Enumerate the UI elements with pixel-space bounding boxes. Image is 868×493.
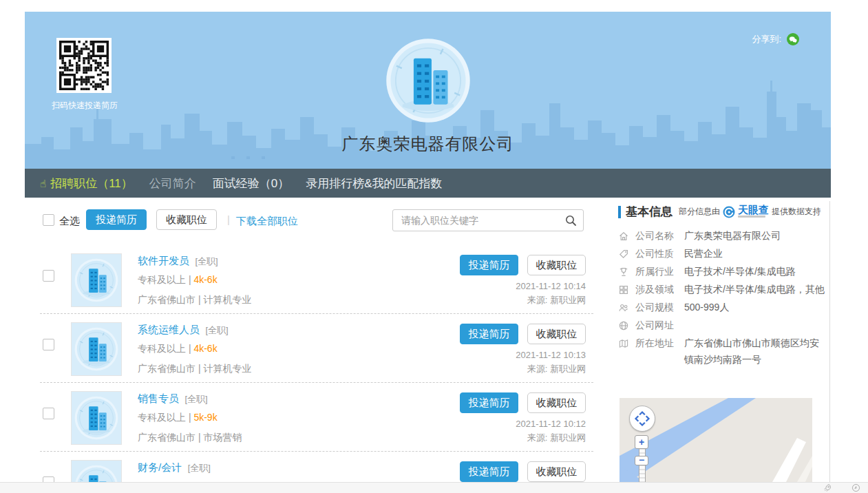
home-icon: [618, 230, 629, 241]
job-source: 来源: 新职业网: [527, 363, 586, 375]
attribution-prefix: 部分信息由: [679, 206, 720, 218]
hand-pointer-icon: ☝: [40, 178, 46, 189]
job-apply-button[interactable]: 投递简历: [460, 392, 518, 413]
job-post-date: 2021-11-12 10:13: [516, 350, 586, 360]
job-favorite-button[interactable]: 收藏职位: [527, 255, 586, 275]
select-all-label: 全选: [59, 215, 80, 228]
job-title-link[interactable]: 软件开发员: [138, 255, 189, 266]
map-zoom-in-button[interactable]: +: [635, 435, 648, 449]
field-value: 广东奥荣电器有限公司: [684, 227, 826, 244]
apply-selected-button[interactable]: 投递简历: [86, 209, 147, 230]
info-field-row: 公司规模 500-999人: [618, 299, 833, 315]
job-type-label: [全职]: [195, 256, 218, 266]
field-label: 公司性质: [635, 245, 678, 262]
badge-icon[interactable]: [851, 483, 860, 492]
header-accent-bar: [618, 206, 621, 218]
info-field-row: 公司名称 广东奥荣电器有限公司: [618, 227, 833, 244]
footer-strip: [0, 482, 868, 493]
resume-qr-code: [56, 38, 112, 93]
rocket-icon[interactable]: [823, 483, 832, 492]
content-right-divider: [829, 201, 830, 482]
map-zoom-out-button[interactable]: −: [635, 456, 648, 465]
job-type-label: [全职]: [184, 394, 207, 404]
job-post-date: 2021-11-12 10:12: [516, 419, 586, 429]
job-post-date: 2021-11-12 10:14: [516, 281, 586, 291]
job-title-link[interactable]: 系统运维人员: [138, 324, 200, 335]
job-favorite-button[interactable]: 收藏职位: [527, 461, 586, 482]
share-label: 分享到:: [752, 33, 781, 45]
job-apply-button[interactable]: 投递简历: [460, 255, 518, 275]
company-info-fields: 公司名称 广东奥荣电器有限公司 公司性质 民营企业 所属行业 电子技术/半导体/…: [618, 227, 833, 369]
favorite-selected-button[interactable]: 收藏职位: [156, 209, 217, 230]
grid-icon: [618, 284, 629, 295]
search-icon[interactable]: [564, 214, 577, 227]
field-label: 公司规模: [635, 299, 678, 315]
job-search-box: [392, 209, 584, 231]
tianyancha-brand: 天眼查: [738, 206, 769, 218]
job-location: 广东省佛山市 | 市场营销: [138, 432, 242, 444]
job-type-label: [全职]: [205, 325, 228, 335]
tianyancha-logo-icon: [723, 206, 735, 218]
basic-info-title: 基本信息: [626, 204, 673, 220]
info-field-row: 所属行业 电子技术/半导体/集成电路: [618, 263, 833, 280]
attribution-suffix: 提供数据支持: [772, 206, 821, 218]
tab-jobs[interactable]: ☝ 招聘职位（11）: [40, 176, 133, 191]
download-all-jobs-link[interactable]: 下载全部职位: [236, 215, 298, 228]
basic-info-header: 基本信息 部分信息由 天眼查 提供数据支持: [618, 204, 821, 220]
job-location: 广东省佛山市 | 计算机专业: [138, 294, 251, 306]
wechat-share-icon[interactable]: [787, 33, 799, 45]
job-select-checkbox[interactable]: [43, 339, 54, 350]
job-source: 来源: 新职业网: [527, 294, 586, 306]
field-value: 电子技术/半导体/集成电路，其他: [684, 281, 826, 297]
company-recruitment-page: 扫码快速投递简历 广东奥荣电器有限公司 分享到: ☝: [0, 0, 868, 493]
job-title-link[interactable]: 销售专员: [138, 392, 179, 404]
job-select-checkbox[interactable]: [43, 270, 54, 282]
people-icon: [618, 302, 629, 313]
info-field-row: 所在地址 广东省佛山市佛山市顺德区均安镇南沙均南路一号: [618, 335, 833, 368]
field-value: 电子技术/半导体/集成电路: [684, 263, 826, 280]
industry-icon: [618, 266, 629, 277]
map-icon: [618, 337, 629, 348]
field-value: 500-999人: [684, 299, 826, 315]
info-field-row: 涉及领域 电子技术/半导体/集成电路，其他: [618, 281, 833, 297]
job-source: 来源: 新职业网: [527, 432, 586, 444]
job-row: 软件开发员 [全职] 专科及以上 | 4k-6k 广东省佛山市 | 计算机专业 …: [25, 248, 596, 317]
toolbar-divider: |: [227, 213, 230, 225]
job-select-checkbox[interactable]: [43, 408, 54, 419]
section-tabs-bar: ☝ 招聘职位（11） 公司简介 面试经验（0） 录用排行榜&我的匹配指数: [25, 169, 831, 198]
job-education-salary: 专科及以上 | 5k-9k: [138, 412, 242, 424]
row-separator: [40, 382, 593, 383]
company-location-map[interactable]: + −: [620, 398, 812, 482]
job-search-input[interactable]: [392, 209, 584, 231]
tab-interview-experience[interactable]: 面试经验（0）: [213, 176, 289, 191]
job-company-logo: [71, 391, 122, 445]
company-banner: 扫码快速投递简历 广东奥荣电器有限公司 分享到:: [25, 12, 831, 169]
job-title-link[interactable]: 财务/会计: [138, 461, 182, 473]
globe-icon: [618, 319, 629, 331]
company-name-title: 广东奥荣电器有限公司: [25, 133, 831, 155]
field-label: 涉及领域: [635, 281, 678, 297]
job-salary: 4k-6k: [193, 343, 217, 354]
field-label: 公司网址: [635, 317, 678, 333]
job-apply-button[interactable]: 投递简历: [460, 324, 518, 344]
job-favorite-button[interactable]: 收藏职位: [527, 324, 586, 344]
job-education-salary: 专科及以上 | 4k-6k: [138, 274, 251, 286]
job-salary: 4k-6k: [193, 274, 217, 285]
tab-ranking-match[interactable]: 录用排行榜&我的匹配指数: [306, 176, 442, 191]
info-field-row: 公司网址: [618, 317, 833, 333]
job-apply-button[interactable]: 投递简历: [460, 461, 518, 482]
job-row: 销售专员 [全职] 专科及以上 | 5k-9k 广东省佛山市 | 市场营销 投递…: [25, 386, 596, 454]
job-favorite-button[interactable]: 收藏职位: [527, 392, 586, 413]
job-education-salary: 专科及以上 | 4k-6k: [138, 343, 251, 355]
select-all-checkbox[interactable]: [43, 214, 54, 226]
map-pan-control[interactable]: [629, 406, 655, 432]
job-location: 广东省佛山市 | 计算机专业: [138, 363, 251, 375]
job-company-logo: [71, 253, 122, 307]
field-label: 所在地址: [635, 335, 678, 351]
company-logo: [385, 38, 471, 123]
qr-caption: 扫码快速投递简历: [51, 100, 118, 112]
job-type-label: [全职]: [188, 463, 211, 473]
field-value: 民营企业: [684, 245, 826, 262]
tab-company-profile[interactable]: 公司简介: [149, 176, 196, 191]
row-separator: [40, 313, 593, 314]
